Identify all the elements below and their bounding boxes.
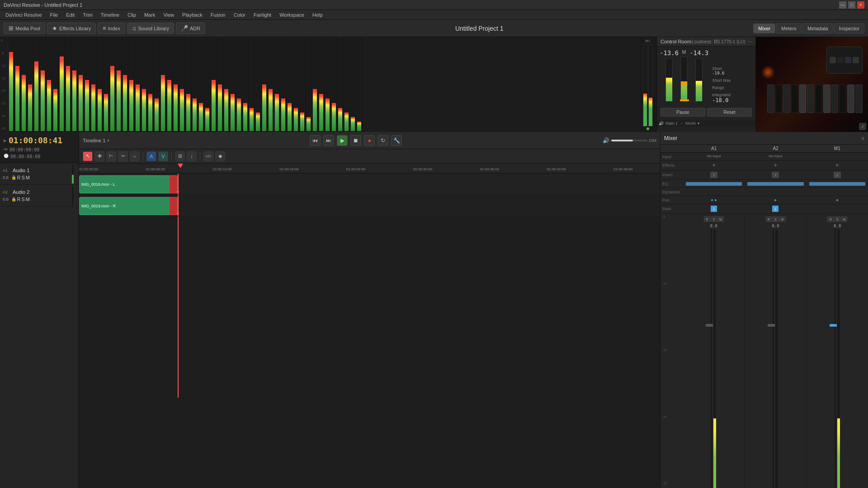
loudness-more-btn[interactable]: ··· [748, 39, 752, 44]
eq-label: EQ [660, 180, 683, 188]
ch-a2-m[interactable]: M [779, 216, 786, 222]
add-edit-btn[interactable]: ✚ [94, 151, 104, 161]
snap-btn[interactable]: ↕ [187, 151, 197, 161]
a2-id: A2 [3, 190, 9, 194]
keyframe-btn[interactable]: ◆ [215, 151, 225, 161]
ch-m1-pan-dot [836, 199, 838, 201]
ch-a2-main-btn[interactable]: 1 [772, 206, 778, 212]
audio-select-btn[interactable]: A [146, 151, 156, 161]
grid-btn[interactable]: ⊞ [175, 151, 185, 161]
menu-clip[interactable]: Clip [124, 11, 140, 19]
menu-fusion[interactable]: Fusion [207, 11, 229, 19]
master-volume-slider[interactable] [611, 140, 647, 141]
meter-10 [71, 37, 78, 132]
meter-13 [90, 37, 97, 132]
adr-btn[interactable]: 🎤 ADR [176, 23, 205, 34]
slip-btn[interactable]: ↔ [130, 151, 140, 161]
select-tool-btn[interactable]: ↖ [83, 151, 93, 161]
ch-m1-m[interactable]: M [841, 216, 847, 222]
menu-color[interactable]: Color [230, 11, 249, 19]
short-stat: Short -19.6 [712, 66, 753, 75]
ch-a2-effects-add[interactable]: + [774, 162, 777, 169]
audio-clip-a1[interactable]: IMG_0019.mov - L [79, 175, 178, 193]
ch-a1-input: No Input [683, 153, 745, 160]
ch-a1-fader-track [711, 229, 712, 488]
record-btn[interactable]: ● [364, 135, 375, 146]
meter-scale: 0 -5 -10 -15 -20 -25 -30 -40 [0, 37, 8, 132]
a1-s-btn[interactable]: S [21, 175, 24, 180]
audio-clip-a2[interactable]: IMG_0019.mov - R [79, 197, 178, 215]
menu-file[interactable]: File [47, 11, 62, 19]
reset-btn[interactable]: Reset [707, 108, 752, 117]
sound-library-btn[interactable]: ♫ Sound Library [127, 23, 174, 34]
ch-a1-m[interactable]: M [717, 216, 724, 222]
mixer-btn[interactable]: Mixer [753, 23, 775, 33]
ch-m1-r[interactable]: R [827, 216, 834, 222]
ch-a1-main-btn[interactable]: 1 [711, 206, 717, 212]
minimize-btn[interactable]: — [839, 1, 846, 9]
tc-in: 00:00:00:00 [9, 147, 39, 152]
a1-m-btn[interactable]: M [26, 175, 30, 180]
index-btn[interactable]: ≡ Index [98, 23, 125, 34]
fast-forward-btn[interactable]: ⏭ [323, 135, 334, 146]
stop-btn[interactable]: ⏹ [350, 135, 361, 146]
meter-29 [192, 37, 198, 132]
menu-help[interactable]: Help [309, 11, 326, 19]
rewind-btn[interactable]: ⏮ [310, 135, 321, 146]
settings-btn[interactable]: 🔧 [391, 135, 402, 146]
meter-24 [160, 37, 166, 132]
ch-a2-insert-btn[interactable]: I [772, 172, 779, 178]
ch-m1-insert-btn[interactable]: I [834, 172, 841, 178]
ch-m1-s[interactable]: S [834, 216, 840, 222]
ch-a2-r[interactable]: R [766, 216, 772, 222]
razor-btn[interactable]: ✂ [118, 151, 128, 161]
menu-fairlight[interactable]: Fairlight [250, 11, 275, 19]
timeline-dropdown-icon[interactable]: ▾ [107, 138, 109, 143]
menu-timeline[interactable]: Timeline [97, 11, 123, 19]
a2-m-btn[interactable]: M [26, 197, 30, 202]
loop-btn[interactable]: ↻ [377, 135, 388, 146]
lu-value-col: -13.6 [660, 49, 679, 103]
ch-a1-s[interactable]: S [711, 216, 717, 222]
ch-a1-insert-btn[interactable]: I [710, 172, 717, 178]
route-dropdown-icon[interactable]: ▾ [698, 121, 700, 126]
ch-a2-pan-dot [774, 199, 776, 201]
m1-section: M1 [638, 37, 656, 132]
trim-btn[interactable]: ⊢ [106, 151, 116, 161]
ch-a2-s[interactable]: S [773, 216, 779, 222]
close-btn[interactable]: ✕ [857, 1, 864, 9]
metadata-btn[interactable]: Metadata [802, 23, 833, 33]
menu-workspace[interactable]: Workspace [276, 11, 308, 19]
ch-a2-eq-bar[interactable] [747, 182, 803, 186]
menu-mark[interactable]: Mark [141, 11, 159, 19]
ch-a1-r[interactable]: R [704, 216, 710, 222]
code-btn[interactable]: </> [203, 151, 213, 161]
menu-playback[interactable]: Playback [179, 11, 206, 19]
vid-select-btn[interactable]: V [158, 151, 168, 161]
mixer-more-btn[interactable]: ≡ [862, 136, 864, 141]
effects-library-btn[interactable]: ★ Effects Library [47, 23, 96, 34]
ch-m1-effects-add[interactable]: + [835, 162, 839, 169]
menu-trim[interactable]: Trim [79, 11, 96, 19]
a2-s-btn[interactable]: S [21, 197, 24, 202]
expand-icon[interactable]: ⤢ [859, 123, 866, 130]
meters-btn[interactable]: Meters [776, 23, 802, 33]
adr-icon: 🎤 [181, 25, 188, 32]
menu-edit[interactable]: Edit [62, 11, 78, 19]
ch-a1-effects-add[interactable]: + [712, 162, 716, 169]
pause-btn[interactable]: Pause [660, 108, 705, 117]
meter-16 [109, 37, 116, 132]
effects-label: Effects [660, 161, 683, 170]
maximize-btn[interactable]: □ [848, 1, 855, 9]
inspector-btn[interactable]: Inspector [834, 23, 864, 33]
a1-r-btn[interactable]: R [17, 175, 21, 180]
ch-a1-eq-bar[interactable] [686, 182, 742, 186]
media-pool-btn[interactable]: ⊞ Media Pool [4, 23, 45, 34]
meter-27 [179, 37, 185, 132]
play-btn[interactable]: ▶ [337, 135, 348, 146]
ch-m1-eq-bar[interactable] [809, 182, 865, 186]
meter-3 [27, 37, 33, 132]
menu-davinci[interactable]: DaVinci Resolve [2, 11, 46, 19]
menu-view[interactable]: View [160, 11, 178, 19]
a2-r-btn[interactable]: R [17, 197, 21, 202]
